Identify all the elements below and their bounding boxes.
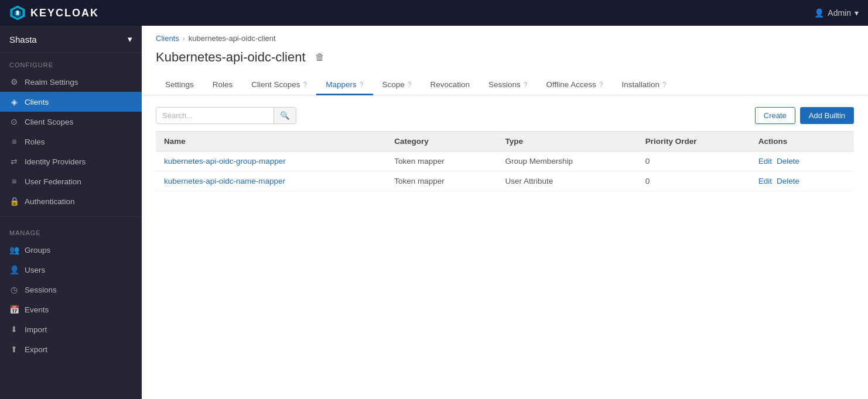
sidebar-item-client-scopes[interactable]: ⊙ Client Scopes (0, 112, 142, 132)
realm-name: Shasta (9, 35, 37, 44)
configure-label: Configure (0, 53, 142, 72)
table-header-row: Name Category Type Priority Order Action… (156, 132, 854, 152)
action-delete-link[interactable]: Delete (777, 177, 799, 185)
tab-revocation[interactable]: Revocation (421, 75, 479, 95)
main-layout: Shasta ▾ Configure ⚙ Realm Settings ◈ Cl… (0, 26, 868, 399)
sidebar-item-authentication[interactable]: 🔒 Authentication (0, 191, 142, 211)
tab-mappers[interactable]: Mappers ? (316, 75, 373, 95)
mappers-table: Name Category Type Priority Order Action… (156, 131, 854, 191)
tab-sessions-label: Sessions (488, 80, 521, 89)
mappers-panel: 🔍 Create Add Builtin Name Category Type … (142, 95, 868, 203)
col-name: Name (156, 132, 386, 152)
tab-mappers-label: Mappers (326, 80, 357, 89)
events-icon: 📅 (9, 305, 19, 314)
tab-installation-label: Installation (621, 80, 659, 89)
sidebar-item-identity-providers[interactable]: ⇄ Identity Providers (0, 152, 142, 171)
search-input[interactable] (156, 108, 274, 123)
mapper-priority: 0 (637, 152, 750, 171)
sidebar-item-roles[interactable]: ≡ Roles (0, 132, 142, 152)
roles-icon: ≡ (9, 137, 19, 146)
sidebar-item-label: Export (25, 345, 47, 354)
mapper-category: Token mapper (386, 152, 497, 171)
sidebar-item-label: Users (25, 266, 45, 274)
tab-offline-access[interactable]: Offline Access ? (536, 75, 612, 95)
clients-icon: ◈ (9, 97, 19, 106)
create-button[interactable]: Create (755, 107, 795, 124)
delete-client-button[interactable]: 🗑 (313, 51, 327, 64)
topbar: KEYCLOAK 👤 Admin ▾ (0, 0, 868, 26)
sidebar-item-import[interactable]: ⬇ Import (0, 319, 142, 339)
logo-text: KEYCLOAK (30, 7, 99, 19)
page-title-row: Kubernetes-api-oidc-client 🗑 (142, 47, 868, 65)
sessions-icon: ◷ (9, 285, 19, 294)
groups-icon: 👥 (9, 245, 19, 254)
col-type: Type (497, 132, 637, 152)
tab-installation[interactable]: Installation ? (612, 75, 675, 95)
sidebar-item-export[interactable]: ⬆ Export (0, 339, 142, 359)
sidebar-divider (0, 216, 142, 216)
user-chevron: ▾ (855, 8, 859, 18)
sidebar-item-label: User Federation (25, 177, 81, 186)
search-icon: 🔍 (280, 111, 290, 120)
user-federation-icon: ≡ (9, 177, 19, 186)
sidebar-item-label: Import (25, 325, 47, 334)
authentication-icon: 🔒 (9, 197, 19, 206)
sidebar-item-user-federation[interactable]: ≡ User Federation (0, 171, 142, 191)
tab-roles-label: Roles (213, 80, 233, 89)
tab-settings-label: Settings (165, 80, 194, 89)
tab-client-scopes[interactable]: Client Scopes ? (242, 75, 316, 95)
identity-providers-icon: ⇄ (9, 157, 19, 166)
sidebar-item-clients[interactable]: ◈ Clients (0, 92, 142, 112)
sidebar-item-label: Clients (25, 98, 49, 106)
search-wrapper: 🔍 (156, 107, 296, 124)
sidebar-item-realm-settings[interactable]: ⚙ Realm Settings (0, 72, 142, 92)
tab-scope[interactable]: Scope ? (373, 75, 421, 95)
tab-scope-label: Scope (382, 80, 405, 89)
sidebar-item-label: Roles (25, 137, 45, 146)
sidebar-item-label: Events (25, 305, 49, 314)
mapper-type: User Attribute (497, 171, 637, 191)
search-button[interactable]: 🔍 (274, 108, 296, 123)
col-category: Category (386, 132, 497, 152)
sidebar-item-label: Sessions (25, 286, 57, 294)
sidebar-item-label: Client Scopes (25, 118, 73, 126)
sidebar: Shasta ▾ Configure ⚙ Realm Settings ◈ Cl… (0, 26, 142, 399)
keycloak-icon (9, 5, 26, 21)
breadcrumb-separator: › (183, 35, 185, 43)
breadcrumb-clients-link[interactable]: Clients (156, 34, 179, 43)
col-priority-order: Priority Order (637, 132, 750, 152)
sidebar-item-sessions[interactable]: ◷ Sessions (0, 280, 142, 300)
tab-roles[interactable]: Roles (203, 75, 242, 95)
action-delete-link[interactable]: Delete (777, 157, 799, 166)
add-builtin-button[interactable]: Add Builtin (800, 107, 854, 124)
user-label: Admin (828, 8, 851, 18)
sidebar-item-label: Identity Providers (25, 157, 86, 166)
tab-revocation-label: Revocation (430, 80, 470, 89)
sidebar-item-users[interactable]: 👤 Users (0, 260, 142, 280)
user-menu[interactable]: 👤 Admin ▾ (814, 8, 859, 18)
tab-installation-help-icon: ? (662, 81, 667, 89)
content-area: Clients › kubernetes-api-oidc-client Kub… (142, 26, 868, 399)
sidebar-item-label: Realm Settings (25, 78, 78, 87)
tab-client-scopes-label: Client Scopes (251, 80, 300, 89)
realm-chevron: ▾ (128, 34, 132, 44)
sidebar-item-label: Authentication (25, 197, 75, 206)
mapper-name-link[interactable]: kubernetes-api-oidc-group-mapper (164, 157, 286, 166)
tab-client-scopes-help-icon: ? (303, 81, 307, 89)
tab-scope-help-icon: ? (408, 81, 412, 89)
tab-offline-access-help-icon: ? (599, 81, 603, 89)
mapper-name-link[interactable]: kubernetes-api-oidc-name-mapper (164, 177, 285, 185)
sidebar-item-events[interactable]: 📅 Events (0, 300, 142, 319)
sidebar-item-groups[interactable]: 👥 Groups (0, 240, 142, 260)
svg-rect-3 (16, 11, 19, 15)
col-actions: Actions (750, 132, 854, 152)
page-title: Kubernetes-api-oidc-client (156, 50, 306, 65)
mapper-priority: 0 (637, 171, 750, 191)
sidebar-item-label: Groups (25, 246, 50, 254)
tab-sessions[interactable]: Sessions ? (479, 75, 536, 95)
realm-selector[interactable]: Shasta ▾ (0, 26, 142, 53)
action-edit-link[interactable]: Edit (758, 177, 772, 185)
tab-settings[interactable]: Settings (156, 75, 203, 95)
action-edit-link[interactable]: Edit (758, 157, 772, 166)
tab-mappers-help-icon: ? (360, 81, 364, 89)
